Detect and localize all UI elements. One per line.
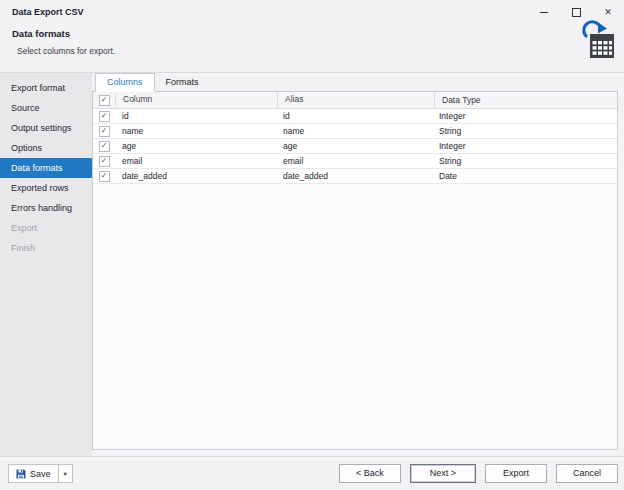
- wizard-footer: Save ▾ < Back Next > Export Cancel: [0, 457, 624, 490]
- sidebar-item-output-settings[interactable]: Output settings: [0, 118, 92, 138]
- cell-data-type: Date: [432, 171, 617, 181]
- save-dropdown-button[interactable]: ▾: [58, 465, 72, 482]
- minimize-icon: [540, 12, 548, 13]
- row-checkbox[interactable]: ✓: [99, 171, 110, 182]
- cell-data-type: Integer: [432, 141, 617, 151]
- cell-alias: age: [276, 141, 432, 151]
- export-button[interactable]: Export: [485, 464, 547, 483]
- cell-column: age: [115, 141, 276, 151]
- cell-alias: date_added: [276, 171, 432, 181]
- navigation-buttons: < Back Next > Export Cancel: [339, 464, 618, 483]
- sidebar-item-errors-handling[interactable]: Errors handling: [0, 198, 92, 218]
- minimize-button[interactable]: [528, 0, 560, 24]
- save-split-button: Save ▾: [8, 464, 73, 483]
- save-button-label: Save: [30, 469, 51, 479]
- sidebar-item-options[interactable]: Options: [0, 138, 92, 158]
- row-checkbox[interactable]: ✓: [99, 156, 110, 167]
- cell-column: id: [115, 111, 276, 121]
- cell-data-type: String: [432, 156, 617, 166]
- cell-data-type: Integer: [432, 111, 617, 121]
- title-bar: Data Export CSV ✕: [0, 0, 624, 24]
- table-grid-icon: [590, 34, 614, 58]
- grid-header-column[interactable]: Column: [116, 92, 278, 108]
- table-row[interactable]: ✓ email email String: [93, 154, 617, 169]
- table-row[interactable]: ✓ id id Integer: [93, 109, 617, 124]
- sidebar-item-export-format[interactable]: Export format: [0, 78, 92, 98]
- save-button[interactable]: Save: [9, 465, 58, 482]
- tab-columns[interactable]: Columns: [95, 73, 155, 92]
- wizard-steps-sidebar: Export format Source Output settings Opt…: [0, 73, 92, 456]
- grid-header-alias[interactable]: Alias: [278, 92, 435, 108]
- row-checkbox[interactable]: ✓: [99, 141, 110, 152]
- page-subtitle: Select columns for export.: [17, 46, 115, 56]
- cell-column: name: [115, 126, 276, 136]
- tab-formats[interactable]: Formats: [155, 73, 210, 91]
- row-checkbox[interactable]: ✓: [99, 111, 110, 122]
- maximize-icon: [572, 8, 581, 17]
- table-row[interactable]: ✓ age age Integer: [93, 139, 617, 154]
- sidebar-item-export: Export: [0, 218, 92, 238]
- page-title: Data formats: [12, 28, 70, 39]
- cell-alias: id: [276, 111, 432, 121]
- cell-column: email: [115, 156, 276, 166]
- export-table-icon: [580, 20, 618, 62]
- window-title: Data Export CSV: [12, 7, 84, 17]
- sidebar-item-exported-rows[interactable]: Exported rows: [0, 178, 92, 198]
- chevron-down-icon: ▾: [63, 470, 66, 477]
- sidebar-item-source[interactable]: Source: [0, 98, 92, 118]
- cell-alias: email: [276, 156, 432, 166]
- grid-header-data-type[interactable]: Data Type: [435, 95, 617, 105]
- table-row[interactable]: ✓ date_added date_added Date: [93, 169, 617, 184]
- wizard-header: Data formats Select columns for export.: [0, 24, 624, 72]
- cell-data-type: String: [432, 126, 617, 136]
- columns-grid: ✓ Column Alias Data Type ✓ id id Integer…: [92, 91, 618, 450]
- floppy-disk-icon: [16, 469, 26, 479]
- next-button[interactable]: Next >: [410, 464, 476, 483]
- close-icon: ✕: [604, 8, 612, 17]
- back-button[interactable]: < Back: [339, 464, 401, 483]
- sidebar-item-data-formats[interactable]: Data formats: [0, 158, 92, 178]
- cancel-button[interactable]: Cancel: [556, 464, 618, 483]
- cell-alias: name: [276, 126, 432, 136]
- select-all-checkbox[interactable]: ✓: [99, 95, 110, 106]
- table-row[interactable]: ✓ name name String: [93, 124, 617, 139]
- wizard-body: Export format Source Output settings Opt…: [0, 72, 624, 457]
- cell-column: date_added: [115, 171, 276, 181]
- grid-header-row: ✓ Column Alias Data Type: [93, 92, 617, 109]
- tab-strip: Columns Formats: [92, 73, 618, 91]
- row-checkbox[interactable]: ✓: [99, 126, 110, 137]
- step-content: Columns Formats ✓ Column Alias Data Type…: [92, 73, 618, 456]
- sidebar-item-finish: Finish: [0, 238, 92, 258]
